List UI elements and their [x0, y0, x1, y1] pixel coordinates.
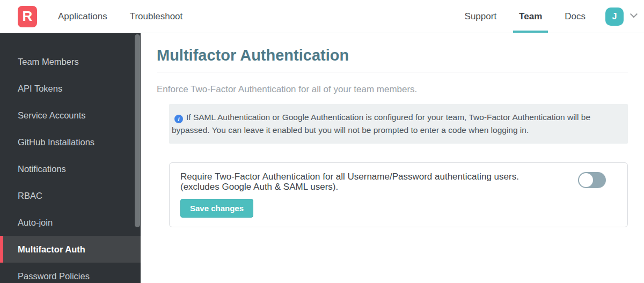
two-factor-setting-label: Require Two-Factor Authentication for al…	[180, 172, 562, 192]
user-menu[interactable]: J	[605, 8, 636, 26]
info-note: iIf SAML Authentication or Google Authen…	[169, 104, 628, 144]
setting-label-line2: (excludes Google Auth & SAML users).	[180, 182, 562, 192]
chevron-down-icon[interactable]	[630, 10, 638, 18]
nav-link-docs[interactable]: Docs	[559, 0, 591, 33]
sidebar-scrollbar-thumb[interactable]	[135, 34, 140, 227]
page-title: Multifactor Authentication	[157, 47, 628, 64]
info-icon: i	[174, 115, 183, 123]
nav-link-troubleshoot[interactable]: Troubleshoot	[124, 0, 189, 33]
sidebar-item-api-tokens[interactable]: API Tokens	[0, 75, 141, 102]
nav-link-applications[interactable]: Applications	[52, 0, 113, 33]
app-logo[interactable]: R	[18, 6, 37, 27]
sidebar-item-rbac[interactable]: RBAC	[0, 182, 141, 209]
avatar[interactable]: J	[605, 8, 624, 26]
info-note-text: If SAML Authentication or Google Authent…	[172, 113, 590, 135]
sidebar-item-notifications[interactable]: Notifications	[0, 155, 141, 182]
top-navbar: R Applications Troubleshoot Support Team…	[0, 0, 644, 33]
page-description: Enforce Two-Factor Authentication for al…	[157, 84, 628, 95]
two-factor-setting-card: Require Two-Factor Authentication for al…	[169, 162, 628, 227]
setting-label-line1: Require Two-Factor Authentication for al…	[180, 172, 562, 182]
sidebar-item-team-members[interactable]: Team Members	[0, 48, 141, 75]
two-factor-toggle[interactable]	[578, 172, 606, 188]
sidebar-item-multifactor-auth[interactable]: Multifactor Auth	[0, 236, 141, 263]
settings-sidebar: Team Members API Tokens Service Accounts…	[0, 33, 141, 283]
navbar-right-links: Support Team Docs J	[448, 0, 636, 33]
sidebar-item-password-policies[interactable]: Password Policies	[0, 263, 141, 283]
main-content: Multifactor Authentication Enforce Two-F…	[141, 33, 644, 283]
navbar-left-links: Applications Troubleshoot	[52, 0, 199, 33]
sidebar-item-auto-join[interactable]: Auto-join	[0, 209, 141, 236]
title-divider	[157, 72, 628, 72]
save-changes-button[interactable]: Save changes	[180, 199, 253, 218]
nav-link-team[interactable]: Team	[513, 0, 548, 33]
sidebar-item-github-installations[interactable]: GitHub Installations	[0, 129, 141, 155]
nav-link-support[interactable]: Support	[459, 0, 503, 33]
toggle-knob	[579, 173, 593, 187]
sidebar-item-service-accounts[interactable]: Service Accounts	[0, 102, 141, 129]
